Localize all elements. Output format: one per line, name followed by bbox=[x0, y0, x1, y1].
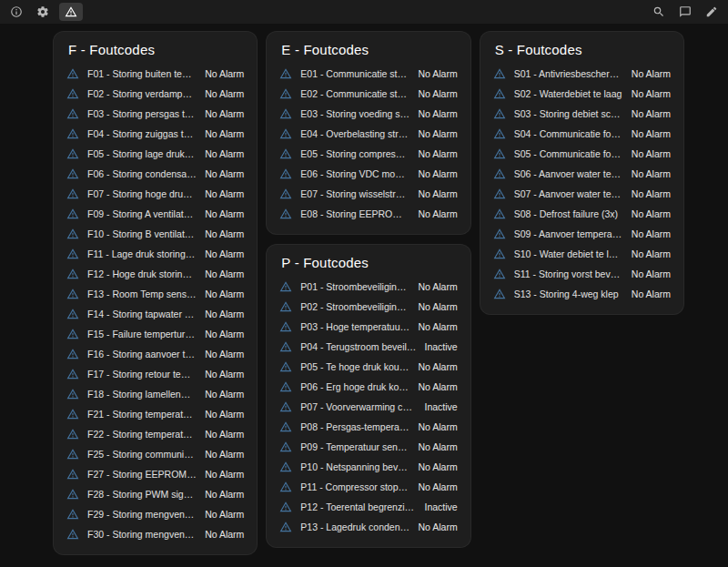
fault-row[interactable]: P04 - Terugstroom beveiliging compressor… bbox=[279, 337, 457, 357]
fault-status: No Alarm bbox=[632, 289, 671, 299]
alert-glyph bbox=[66, 408, 79, 420]
fault-row[interactable]: S08 - Defrost failure (3x)No Alarm bbox=[493, 204, 671, 224]
fault-row[interactable]: F12 - Hoge druk storing (Pd)No Alarm bbox=[66, 264, 244, 284]
alert-glyph bbox=[66, 348, 79, 360]
alert-glyph bbox=[279, 481, 292, 493]
fault-row[interactable]: F28 - Storing PWM signaal circulatie pom… bbox=[66, 484, 244, 504]
alert-glyph bbox=[279, 300, 292, 313]
fault-row[interactable]: S06 - Aanvoer water temperatuur te laag … bbox=[493, 164, 671, 184]
fault-label: P13 - Lagedruk condensor druk schakelaar bbox=[300, 521, 410, 532]
alert-triangle-icon bbox=[279, 380, 292, 393]
fault-row[interactable]: S02 - Waterdebiet te laagNo Alarm bbox=[493, 84, 671, 104]
fault-row[interactable]: F17 - Storing retour temperatuur sensor … bbox=[66, 364, 244, 384]
fault-row[interactable]: F02 - Storing verdamper temperatuur sens… bbox=[66, 84, 244, 104]
alerts-tab-icon[interactable] bbox=[59, 3, 83, 21]
fault-row[interactable]: P07 - Voorverwarming compressorInactive bbox=[279, 397, 457, 417]
fault-label: E08 - Storing EEPROM buitenunit bbox=[300, 208, 410, 219]
fault-row[interactable]: F11 - Lage druk storing (Ps)No Alarm bbox=[66, 244, 244, 264]
fault-row[interactable]: E07 - Storing wisselstroomNo Alarm bbox=[279, 184, 457, 204]
fault-row[interactable]: F04 - Storing zuiggas temperatuur sensor… bbox=[66, 124, 244, 144]
fault-row[interactable]: P09 - Temperatuur sensor verdamperNo Ala… bbox=[279, 437, 457, 457]
fault-row[interactable]: S13 - Storing 4-weg klepNo Alarm bbox=[493, 284, 671, 304]
alert-triangle-icon bbox=[493, 147, 506, 160]
fault-row[interactable]: S03 - Storing debiet schakelaarNo Alarm bbox=[493, 104, 671, 124]
fault-status: No Alarm bbox=[205, 168, 244, 179]
fault-card: F - FoutcodesF01 - Storing buiten temper… bbox=[53, 31, 258, 555]
fault-label: S06 - Aanvoer water temperatuur te laag … bbox=[514, 168, 623, 179]
alert-glyph bbox=[66, 67, 79, 80]
cog-glyph bbox=[36, 5, 49, 18]
fault-row[interactable]: S07 - Aanvoer water temperatuur te hoog … bbox=[493, 184, 671, 204]
toolbar bbox=[0, 0, 728, 24]
search-icon[interactable] bbox=[649, 3, 669, 21]
alert-triangle-icon bbox=[493, 268, 506, 280]
fault-row[interactable]: F22 - Storing temperatuur sensor menggro… bbox=[66, 424, 244, 444]
alert-triangle-icon bbox=[66, 508, 79, 521]
alert-glyph bbox=[493, 127, 506, 140]
card-title: E - Foutcodes bbox=[281, 42, 457, 57]
fault-label: F14 - Storing tapwater sensor (Tw) bbox=[87, 309, 197, 319]
fault-row[interactable]: F15 - Failure temperture control sensor … bbox=[66, 324, 244, 344]
fault-row[interactable]: P05 - Te hoge druk koudemiddel circuitNo… bbox=[279, 357, 457, 377]
fault-row[interactable]: F30 - Storing mengventiel zone 2No Alarm bbox=[66, 524, 244, 544]
fault-row[interactable]: E04 - Overbelasting stroom compressorNo … bbox=[279, 124, 457, 144]
fault-row[interactable]: F29 - Storing mengventiel zone 1No Alarm bbox=[66, 504, 244, 524]
fault-row[interactable]: F10 - Storing B ventilator motorNo Alarm bbox=[66, 224, 244, 244]
alert-triangle-icon bbox=[66, 308, 79, 320]
alert-glyph bbox=[279, 521, 292, 533]
fault-row[interactable]: P06 - Erg hoge druk koudemiddel circuitN… bbox=[279, 377, 457, 397]
fault-row[interactable]: S09 - Aanvoer temperatuur tijdens defros… bbox=[493, 224, 671, 244]
fault-status: No Alarm bbox=[205, 208, 244, 219]
fault-row[interactable]: S01 - Antivriesbescherming koeling buite… bbox=[493, 64, 671, 84]
fault-row[interactable]: P10 - Netspanning beveiligingNo Alarm bbox=[279, 457, 457, 477]
edit-icon[interactable] bbox=[702, 3, 722, 21]
fault-row[interactable]: P08 - Persgas-temperatuur te hoogNo Alar… bbox=[279, 417, 457, 437]
information-glyph bbox=[10, 5, 23, 18]
alert-glyph bbox=[493, 107, 506, 120]
fault-label: S08 - Defrost failure (3x) bbox=[514, 208, 623, 219]
fault-label: E02 - Communicatie storing tussen buiten… bbox=[300, 88, 410, 99]
alert-triangle-icon bbox=[66, 187, 79, 200]
fault-row[interactable]: F27 - Storing EEPROM binnendeelNo Alarm bbox=[66, 464, 244, 484]
alert-triangle-icon bbox=[66, 468, 79, 481]
fault-row[interactable]: F16 - Storing aanvoer temperatuur sensor… bbox=[66, 344, 244, 364]
fault-row[interactable]: S11 - Storing vorst beveiliging in koelb… bbox=[493, 264, 671, 284]
fault-row[interactable]: F21 - Storing temperatuur sensor menggro… bbox=[66, 404, 244, 424]
alert-glyph bbox=[493, 288, 506, 300]
fault-row[interactable]: E06 - Storing VDC moduleNo Alarm bbox=[279, 164, 457, 184]
fault-row[interactable]: E01 - Communicatie storing tussen LCD en… bbox=[279, 64, 457, 84]
fault-label: F17 - Storing retour temperatuur sensor … bbox=[87, 369, 197, 380]
fault-row[interactable]: F01 - Storing buiten temperatuur sensor … bbox=[66, 64, 244, 84]
fault-row[interactable]: P01 - Stroombeveiliging hoofdvoedingNo A… bbox=[279, 277, 457, 297]
info-icon[interactable] bbox=[6, 3, 26, 21]
fault-row[interactable]: P12 - Toerental begrenzing compressorIna… bbox=[279, 497, 457, 517]
fault-row[interactable]: F05 - Storing lage druk sensor (Ps)No Al… bbox=[66, 144, 244, 164]
fault-row[interactable]: P11 - Compressor stop buitentemperatuurN… bbox=[279, 477, 457, 497]
fault-row[interactable]: F06 - Storing condensatie druk sensor (P… bbox=[66, 164, 244, 184]
fault-row[interactable]: F14 - Storing tapwater sensor (Tw)No Ala… bbox=[66, 304, 244, 324]
fault-status: No Alarm bbox=[632, 88, 671, 99]
fault-row[interactable]: F13 - Room Temp sensor failure (Tr)No Al… bbox=[66, 284, 244, 304]
fault-row[interactable]: F09 - Storing A ventilator motorNo Alarm bbox=[66, 204, 244, 224]
dashboard-column: E - FoutcodesE01 - Communicatie storing … bbox=[266, 31, 470, 548]
fault-row[interactable]: P03 - Hoge temperatuurbeveiliging invert… bbox=[279, 317, 457, 337]
alert-triangle-icon bbox=[66, 288, 79, 300]
fault-row[interactable]: F03 - Storing persgas temperatuur sensor… bbox=[66, 104, 244, 124]
fault-row[interactable]: S10 - Water debiet te laag (3x)No Alarm bbox=[493, 244, 671, 264]
fault-row[interactable]: F07 - Storing hoge druk schakelaarNo Ala… bbox=[66, 184, 244, 204]
fault-row[interactable]: E05 - Storing compressor aandrijvingNo A… bbox=[279, 144, 457, 164]
settings-icon[interactable] bbox=[33, 3, 53, 21]
comment-icon[interactable] bbox=[675, 3, 695, 21]
fault-row[interactable]: E08 - Storing EEPROM buitenunitNo Alarm bbox=[279, 204, 457, 224]
fault-status: No Alarm bbox=[418, 361, 457, 372]
fault-row[interactable]: F18 - Storing lamellenwisselaar temperat… bbox=[66, 384, 244, 404]
fault-row[interactable]: F25 - Storing communicatieNo Alarm bbox=[66, 444, 244, 464]
fault-row[interactable]: E02 - Communicatie storing tussen buiten… bbox=[279, 84, 457, 104]
fault-row[interactable]: P02 - Stroombeveiliging compressorNo Ala… bbox=[279, 297, 457, 317]
fault-row[interactable]: E03 - Storing voeding spanning compresso… bbox=[279, 104, 457, 124]
fault-row[interactable]: S05 - Communicatie fout buiten unitNo Al… bbox=[493, 144, 671, 164]
fault-row[interactable]: P13 - Lagedruk condensor druk schakelaar… bbox=[279, 517, 457, 537]
fault-row[interactable]: S04 - Communicatie fout binnen unitNo Al… bbox=[493, 124, 671, 144]
alert-triangle-icon bbox=[493, 67, 506, 80]
alert-glyph bbox=[493, 147, 506, 160]
